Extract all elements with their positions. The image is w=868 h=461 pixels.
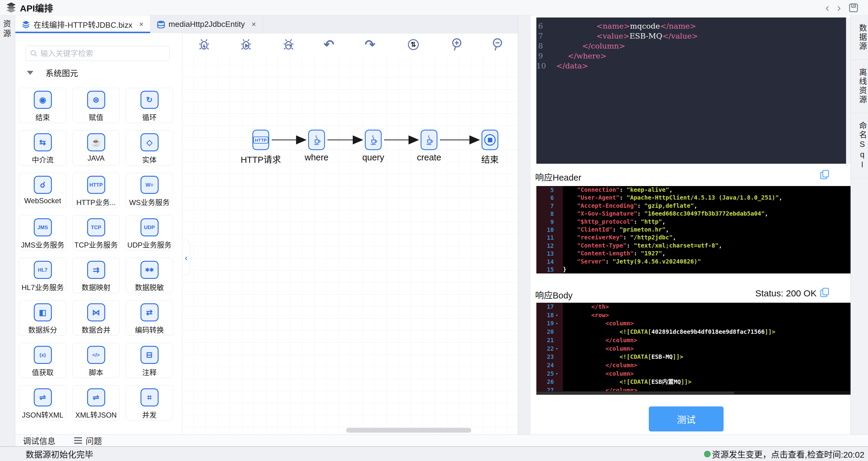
tab-label: mediaHttp2JdbcEntity (168, 20, 245, 29)
palette-item-icon: JMS (34, 218, 52, 236)
palette-item-label: 数据拆分 (28, 324, 57, 335)
section-title: 系统图元 (45, 67, 78, 79)
palette-item[interactable]: ⊟ 注释 (126, 343, 173, 378)
flow-canvas[interactable]: HTTP (182, 56, 518, 434)
status-bar: 数据源初始化完毕 资源发生变更，点击查看,检查时间:20:02 (0, 446, 868, 461)
response-header-code-viewer[interactable]: 5 "Connection": "keep-alive",6 "User-Age… (536, 186, 855, 273)
flow-node-http-request[interactable]: HTTP (252, 130, 269, 150)
palette-item[interactable]: ⇌ XML转JSON (72, 385, 120, 421)
rail-item-datasource[interactable]: 数据源 (851, 16, 868, 60)
flow-node-query[interactable] (365, 130, 382, 150)
palette-item[interactable]: JMS JMS业务服务 (19, 215, 66, 250)
end-icon (484, 134, 496, 146)
palette-item-label: 赋值 (89, 112, 103, 122)
tab-problems[interactable]: 问题 (74, 435, 102, 447)
debug-run-icon[interactable] (237, 36, 255, 54)
palette-item[interactable]: HTTP HTTP业务... (72, 173, 120, 208)
palette-collapse-handle[interactable]: ‹ (182, 240, 190, 276)
java-icon (312, 135, 321, 145)
left-rail-resources[interactable]: 资源 (0, 16, 16, 446)
palette-item[interactable]: ↻ 循环 (126, 88, 173, 123)
palette-item[interactable]: (x) 值获取 (19, 343, 66, 378)
copy-icon[interactable] (820, 288, 829, 297)
status-message: 数据源初始化完毕 (26, 448, 93, 460)
debug-lightning-icon[interactable] (195, 36, 213, 54)
rail-item-offline-resources[interactable]: 离线资源 (851, 60, 868, 113)
undo-icon[interactable]: ↶ (320, 36, 338, 54)
palette-item[interactable]: TCP TCP业务服务 (72, 215, 120, 250)
palette-item[interactable]: ☕ JAVA (72, 130, 120, 165)
nav-back-icon[interactable]: ‹ (826, 2, 829, 13)
palette-item-label: 注释 (142, 367, 157, 377)
debug-step-icon[interactable] (279, 36, 298, 54)
palette-item-icon: UDP (141, 218, 159, 236)
scrollbar-track[interactable] (846, 18, 851, 164)
palette-item-label: 数据脱敏 (135, 282, 164, 292)
palette-item-icon: ◉ (34, 91, 52, 109)
right-rail: 数据源 离线资源 命名Sql (850, 16, 868, 434)
palette-item[interactable]: ⇆ 中介流 (19, 130, 66, 165)
palette-item[interactable]: HL7 HL7业务服务 (19, 258, 66, 293)
app-bar: API编排 ‹ › (0, 0, 868, 16)
palette-item-icon: ☕ (87, 133, 105, 151)
palette-item-label: UDP业务服务 (127, 239, 172, 250)
palette-item[interactable]: </> 脚本 (72, 343, 120, 378)
save-icon[interactable] (849, 3, 858, 13)
zoom-in-icon[interactable] (448, 36, 466, 54)
flow-node-label: where (283, 153, 350, 162)
palette-item-icon: </> (87, 346, 105, 364)
close-icon[interactable]: × (139, 20, 144, 29)
response-body-code-viewer[interactable]: 17 </th>18▾ <row>19▾ <column>20 <![CDATA… (536, 303, 855, 395)
palette-item[interactable]: ☌ WebSocket (19, 173, 66, 208)
palette-item[interactable]: ◉ 结束 (19, 88, 66, 123)
flow-node-end[interactable] (482, 130, 498, 150)
palette-item-label: 循环 (142, 112, 157, 122)
flow-node-create[interactable] (421, 130, 437, 150)
search-input[interactable] (40, 49, 165, 58)
canvas-horizontal-scrollbar[interactable] (346, 428, 471, 433)
palette-section-header[interactable]: 系统图元 (27, 67, 78, 79)
palette-item[interactable]: ⊜ 赋值 (72, 88, 120, 123)
palette-item-icon: ⇌ (87, 388, 105, 406)
tab-bizx-editor[interactable]: 在线编排-HTTP转JDBC.bizx × (16, 16, 150, 33)
palette-item-label: HTTP业务... (76, 196, 116, 207)
palette-item[interactable]: ◇ 实体 (126, 130, 173, 165)
palette-item-label: WS业务服务 (129, 196, 170, 207)
horizontal-scrollbar[interactable] (536, 391, 855, 395)
copy-icon[interactable] (820, 170, 829, 179)
close-icon[interactable]: × (251, 20, 256, 29)
palette-item-icon: TCP (87, 218, 105, 236)
node-palette: 系统图元 ◉ 结束 ⊜ 赋值 ↻ 循环 ⇆ (16, 33, 182, 434)
flow-node-where[interactable] (308, 130, 325, 150)
zoom-out-icon[interactable] (489, 36, 506, 54)
sync-icon[interactable]: ⇅ (404, 36, 423, 54)
palette-item-icon: ⇆ (34, 133, 52, 151)
resource-change-notice[interactable]: 资源发生变更，点击查看,检查时间:20:02 (704, 448, 864, 460)
tab-debug-info[interactable]: 调试信息 (23, 435, 56, 447)
palette-item[interactable]: W≡ WS业务服务 (126, 173, 173, 208)
palette-search[interactable] (26, 46, 170, 61)
palette-item-label: WebSocket (24, 196, 61, 205)
redo-icon[interactable]: ↷ (361, 36, 379, 54)
palette-item-label: 中介流 (32, 154, 54, 165)
palette-item-label: JAVA (87, 154, 104, 162)
test-button[interactable]: 测试 (649, 406, 723, 431)
search-icon (30, 50, 37, 57)
palette-item-label: 编码转换 (135, 324, 164, 335)
palette-item[interactable]: ⌗ 并发 (126, 385, 173, 421)
palette-item-label: 结束 (36, 112, 50, 122)
rail-item-named-sql[interactable]: 命名Sql (851, 113, 868, 179)
palette-item[interactable]: ⇌ JSON转XML (19, 385, 66, 421)
nav-forward-icon[interactable]: › (837, 2, 841, 13)
status-badge: Status: 200 OK (755, 288, 816, 299)
palette-item[interactable]: ⇉ 数据映射 (72, 258, 120, 293)
palette-item-label: JMS业务服务 (21, 239, 64, 250)
flow-node-label: create (396, 153, 462, 162)
palette-item[interactable]: ⋈ 数据合并 (72, 300, 120, 336)
tab-media-entity[interactable]: mediaHttp2JdbcEntity × (150, 16, 263, 33)
palette-item[interactable]: UDP UDP业务服务 (126, 215, 173, 250)
palette-item[interactable]: ◧ 数据拆分 (19, 300, 66, 336)
request-body-code-viewer[interactable]: 6 <name>mqcode</name>7 <value>ESB-MQ</va… (536, 18, 851, 164)
palette-item[interactable]: ⇄ 编码转换 (126, 300, 173, 336)
palette-item[interactable]: ✱✱ 数据脱敏 (126, 258, 173, 293)
